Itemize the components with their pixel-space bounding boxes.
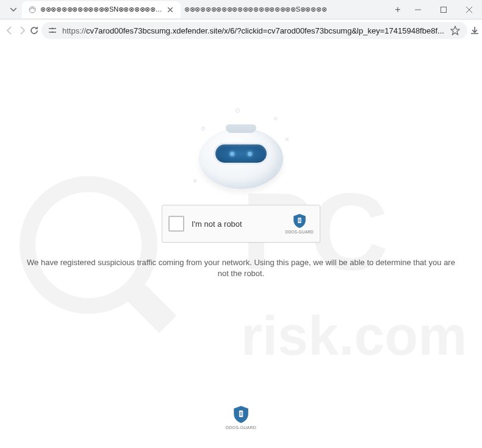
page-content: PC risk.com × × I'm not a robot [0, 41, 482, 448]
minimize-button[interactable] [405, 2, 431, 17]
forward-button[interactable] [17, 22, 27, 39]
maximize-button[interactable] [431, 2, 456, 17]
url-input[interactable]: https://cv7arod00fes73bcsumg.xdefender.s… [41, 22, 467, 39]
svg-point-7 [52, 31, 54, 33]
reload-button[interactable] [29, 22, 39, 39]
captcha-widget: I'm not a robot DDOS-GUARD [162, 205, 320, 243]
tab-title: ⊗⊗⊗⊗⊗⊗⊗⊗⊗⊗⊗⊗⊗SN⊗⊗⊗⊗⊗⊗⊗⊗⊗⊗⊗⊗⊗ [40, 5, 162, 13]
suspicious-traffic-message: We have registered suspicious traffic co… [0, 257, 482, 279]
window-controls [405, 0, 482, 19]
svg-point-6 [52, 27, 54, 29]
svg-rect-2 [49, 28, 52, 29]
robot-illustration: × × [189, 108, 293, 194]
robot-head-icon [199, 128, 283, 189]
svg-rect-4 [49, 32, 52, 33]
main-content: × × I'm not a robot DDOS-GUARD [0, 41, 482, 279]
captcha-label: I'm not a robot [192, 219, 278, 229]
svg-text:risk.com: risk.com [241, 305, 467, 366]
new-tab-button[interactable]: + [390, 2, 405, 17]
downloads-icon[interactable] [470, 22, 480, 39]
tab-search-dropdown[interactable] [7, 4, 20, 16]
url-text: https://cv7arod00fes73bcsumg.xdefender.s… [62, 26, 444, 35]
close-window-button[interactable] [456, 2, 482, 17]
svg-rect-1 [441, 7, 447, 13]
site-settings-icon[interactable] [48, 26, 57, 35]
tab-close-icon[interactable] [166, 5, 174, 14]
svg-rect-5 [53, 32, 56, 33]
shield-icon [233, 405, 249, 424]
tab-favicon-icon [28, 5, 37, 14]
browser-titlebar: ⊗⊗⊗⊗⊗⊗⊗⊗⊗⊗⊗⊗⊗SN⊗⊗⊗⊗⊗⊗⊗⊗⊗⊗⊗⊗⊗ ⊗⊗⊗⊗⊗⊗⊗⊗⊗⊗⊗… [0, 0, 482, 20]
back-button[interactable] [5, 22, 15, 39]
tab-strip: ⊗⊗⊗⊗⊗⊗⊗⊗⊗⊗⊗⊗⊗SN⊗⊗⊗⊗⊗⊗⊗⊗⊗⊗⊗⊗⊗ ⊗⊗⊗⊗⊗⊗⊗⊗⊗⊗⊗… [0, 0, 405, 19]
address-bar: https://cv7arod00fes73bcsumg.xdefender.s… [0, 20, 482, 41]
captcha-badge: DDOS-GUARD [286, 213, 314, 234]
bookmark-star-icon[interactable] [449, 24, 461, 37]
footer-badge: DDOS-GUARD [226, 405, 256, 430]
captcha-checkbox[interactable] [168, 216, 184, 232]
active-tab[interactable]: ⊗⊗⊗⊗⊗⊗⊗⊗⊗⊗⊗⊗⊗SN⊗⊗⊗⊗⊗⊗⊗⊗⊗⊗⊗⊗⊗ [22, 1, 181, 18]
footer-brand: DDOS-GUARD [226, 425, 256, 430]
captcha-brand: DDOS-GUARD [286, 230, 314, 234]
shield-icon [293, 213, 306, 229]
svg-line-13 [131, 288, 168, 324]
svg-rect-3 [53, 28, 56, 29]
tab-overflow-text: ⊗⊗⊗⊗⊗⊗⊗⊗⊗⊗⊗⊗⊗⊗⊗⊗⊗⊗⊗⊗⊗S⊗⊗⊗⊗⊗ [181, 1, 388, 18]
